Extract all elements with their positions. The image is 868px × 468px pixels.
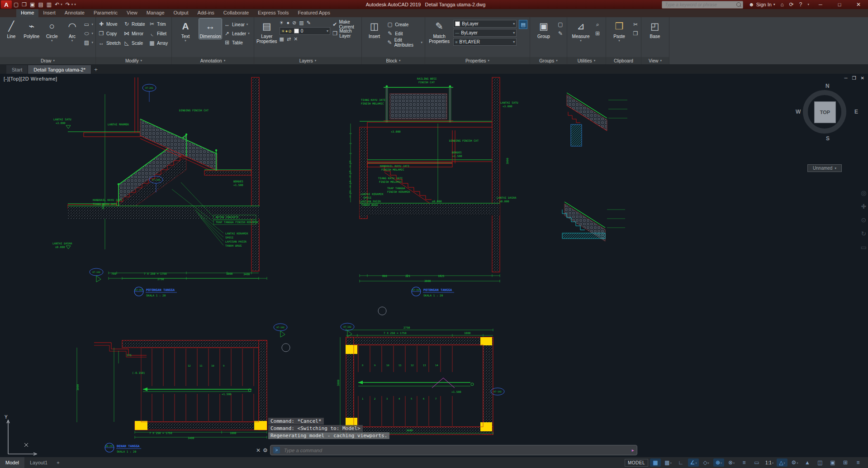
customize-toggle[interactable]: ≡ bbox=[853, 458, 863, 467]
group-button[interactable]: ▣ Group bbox=[532, 19, 555, 39]
ribbon-tab-express-tools[interactable]: Express Tools bbox=[253, 9, 293, 17]
pan-icon[interactable]: ✚ bbox=[861, 203, 867, 210]
copy-clip-button[interactable]: ❐ bbox=[632, 29, 639, 38]
workspace-switching-toggle[interactable]: ⚙▾ bbox=[789, 458, 800, 467]
layer-select-dropdown-icon[interactable]: ▾ bbox=[327, 29, 328, 33]
layer-merge-icon[interactable]: ⇄ bbox=[287, 36, 291, 42]
snap-mode-toggle[interactable]: ▩▾ bbox=[663, 458, 674, 467]
layer-delete-icon[interactable]: ✕ bbox=[294, 36, 298, 42]
redo-button[interactable]: ↷ bbox=[66, 1, 70, 8]
fillet-button[interactable]: ◟Fillet bbox=[149, 29, 172, 38]
ribbon-tab-output[interactable]: Output bbox=[169, 9, 193, 17]
view-panel-label[interactable]: View▾ bbox=[641, 57, 669, 64]
polyline-button[interactable]: ⌁ Polyline bbox=[23, 19, 41, 39]
stretch-button[interactable]: ↔Stretch bbox=[98, 39, 122, 47]
scale-button[interactable]: ◺Scale bbox=[123, 39, 147, 47]
help-icon[interactable]: ? bbox=[799, 1, 802, 8]
redo-dropdown-icon[interactable]: ▾ bbox=[71, 3, 73, 6]
move-button[interactable]: ✚Move bbox=[98, 20, 122, 28]
orbit-icon[interactable]: ↻ bbox=[861, 230, 867, 237]
ribbon-tab-manage[interactable]: Manage bbox=[142, 9, 169, 17]
layout1-tab[interactable]: Layout1 bbox=[24, 457, 53, 468]
circle-button[interactable]: ○ Circle ▾ bbox=[43, 19, 61, 43]
linetype-select[interactable]: — ByLayer ▾ bbox=[453, 29, 517, 37]
zoom-icon[interactable]: ⊙ bbox=[861, 216, 867, 224]
ribbon-tab-annotate[interactable]: Annotate bbox=[60, 9, 89, 17]
base-button[interactable]: ◰ Base bbox=[644, 19, 666, 39]
edit-attributes-button[interactable]: ✎Edit Attributes▾ bbox=[387, 38, 422, 47]
trim-button[interactable]: ✂Trim bbox=[149, 20, 172, 28]
hardware-acceleration-toggle[interactable]: ▣ bbox=[827, 458, 838, 467]
ribbon-tab-parametric[interactable]: Parametric bbox=[89, 9, 122, 17]
circle-dropdown-icon[interactable]: ▾ bbox=[51, 39, 53, 43]
properties-panel-label[interactable]: Properties▾ bbox=[425, 57, 530, 64]
search-icon[interactable] bbox=[736, 2, 741, 7]
create-block-button[interactable]: ▢Create bbox=[387, 20, 422, 29]
isolate-objects-toggle[interactable]: ◫ bbox=[815, 458, 825, 467]
plot-button[interactable]: ▥ bbox=[47, 1, 52, 8]
leader-button[interactable]: ↗Leader▾ bbox=[224, 29, 250, 38]
lineweight-display-toggle[interactable]: ≡ bbox=[739, 458, 749, 467]
hatch-button[interactable]: ▨▾ bbox=[84, 38, 94, 47]
viewcube-top-face[interactable]: TOP bbox=[814, 101, 836, 123]
object-snap-toggle[interactable]: ⊕▾ bbox=[713, 458, 724, 467]
rotate-button[interactable]: ↻Rotate bbox=[123, 20, 147, 28]
search-input[interactable] bbox=[664, 2, 735, 8]
polar-tracking-toggle[interactable]: ∠▾ bbox=[688, 458, 699, 467]
new-tab-button[interactable]: + bbox=[91, 65, 100, 74]
paste-button[interactable]: ❒ Paste ▾ bbox=[608, 19, 630, 43]
minimize-button[interactable]: ─ bbox=[811, 0, 830, 9]
ribbon-tab-view[interactable]: View bbox=[122, 9, 142, 17]
grid-display-toggle[interactable]: ▦ bbox=[650, 458, 661, 467]
clean-screen-toggle[interactable]: ⊞ bbox=[840, 458, 851, 467]
ribbon-tab-collaborate[interactable]: Collaborate bbox=[219, 9, 253, 17]
ortho-mode-toggle[interactable]: ∟ bbox=[675, 458, 686, 467]
match-properties-button[interactable]: ✎ Match Properties bbox=[427, 19, 451, 44]
annotation-panel-label[interactable]: Annotation▾ bbox=[172, 57, 254, 64]
layer-off-icon[interactable]: ☀ bbox=[280, 20, 284, 26]
measure-button[interactable]: ⊿ Measure ▾ bbox=[569, 19, 592, 43]
match-layer-button[interactable]: ❐Match Layer bbox=[332, 29, 359, 38]
sign-in-control[interactable]: ☻ Sign In ▾ bbox=[749, 1, 775, 8]
command-input[interactable] bbox=[283, 447, 629, 454]
help-search-box[interactable] bbox=[662, 1, 743, 9]
quick-select-button[interactable]: ⌕ bbox=[594, 20, 601, 29]
object-color-dropdown-icon[interactable]: ▾ bbox=[513, 22, 515, 26]
text-button[interactable]: A Text ▾ bbox=[174, 19, 197, 43]
list-properties-button[interactable]: ▤ bbox=[519, 20, 527, 29]
command-close-icon[interactable]: ✕ bbox=[256, 447, 261, 454]
object-snap-3d-toggle[interactable]: ⊗▾ bbox=[726, 458, 737, 467]
viewport-close-icon[interactable]: ✕ bbox=[861, 76, 864, 81]
model-tab[interactable]: Model bbox=[0, 457, 24, 468]
drawing-area[interactable]: Y LANTAI SATU+3.000LANTAI MARMERDINDING … bbox=[0, 74, 868, 457]
clipboard-panel-label[interactable]: Clipboard bbox=[606, 57, 641, 64]
compass-south[interactable]: S bbox=[826, 135, 830, 142]
viewport-restore-icon[interactable]: ❐ bbox=[852, 76, 856, 81]
view-name-control[interactable]: Unnamed▾ bbox=[807, 164, 842, 172]
app-store-icon[interactable]: ⌂ bbox=[780, 1, 783, 8]
copy-button[interactable]: ❐Copy bbox=[98, 29, 122, 38]
new-drawing-button[interactable]: ▢ bbox=[14, 1, 19, 8]
annotation-visibility-toggle[interactable]: △▾ bbox=[777, 458, 787, 467]
make-current-button[interactable]: ✔Make Current bbox=[332, 20, 359, 29]
compass-west[interactable]: W bbox=[796, 109, 801, 115]
layer-freeze-icon[interactable]: ⊘ bbox=[292, 20, 296, 26]
file-tab-drawing[interactable]: Detail Tangga utama-2* bbox=[28, 65, 91, 74]
arc-button[interactable]: ◠ Arc ▾ bbox=[63, 19, 81, 43]
linear-button[interactable]: ↔Linear▾ bbox=[224, 20, 250, 29]
insert-button[interactable]: ◫ Insert bbox=[364, 19, 384, 39]
file-tab-start[interactable]: Start bbox=[6, 65, 28, 74]
rectangle-button[interactable]: ▭▾ bbox=[84, 20, 94, 29]
drawing-canvas[interactable]: Y LANTAI SATU+3.000LANTAI MARMERDINDING … bbox=[0, 74, 868, 457]
ribbon-tab-featured-apps[interactable]: Featured Apps bbox=[293, 9, 335, 17]
open-button[interactable]: ❒ bbox=[22, 1, 27, 8]
compass-north[interactable]: N bbox=[825, 83, 830, 89]
text-dropdown-icon[interactable]: ▾ bbox=[185, 39, 186, 43]
lineweight-dropdown-icon[interactable]: ▾ bbox=[513, 40, 515, 44]
isometric-drafting-toggle[interactable]: ◇▾ bbox=[701, 458, 711, 467]
ribbon-tab-home[interactable]: Home bbox=[16, 9, 38, 17]
maximize-button[interactable]: □ bbox=[830, 0, 849, 9]
measure-dropdown-icon[interactable]: ▾ bbox=[580, 39, 582, 43]
ungroup-button[interactable]: ▢ bbox=[557, 20, 564, 29]
showmotion-icon[interactable]: ▭ bbox=[861, 244, 867, 251]
